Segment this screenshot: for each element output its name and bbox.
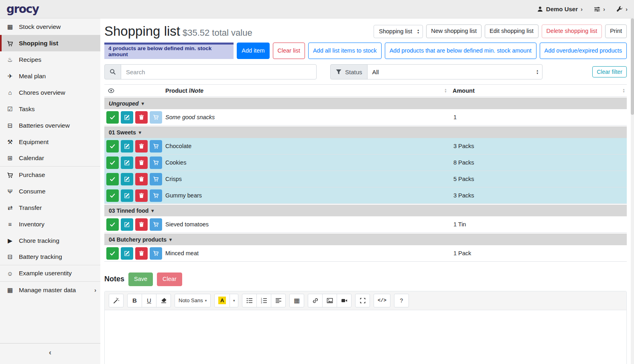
insert-table-button[interactable]: ▦ [289,294,304,307]
delete-shopping-list-button[interactable]: Delete shopping list [542,24,602,38]
notes-clear-button[interactable]: Clear [157,272,182,286]
sort-icon[interactable]: ▲▼ [444,88,447,93]
row-edit-button[interactable] [121,173,133,185]
sidebar-item-chores-overview[interactable]: ⌂ Chores overview [0,84,100,101]
admin-menu[interactable]: › [616,6,628,12]
visibility-column-eye-icon[interactable] [104,87,165,94]
sidebar-item-battery-tracking[interactable]: ⊟ Battery tracking [0,249,100,265]
sidebar-item-equipment[interactable]: ⚒ Equipment [0,134,100,150]
insert-picture-button[interactable] [322,294,337,307]
sidebar-item-chore-tracking[interactable]: ▶ Chore tracking [0,232,100,249]
product-group-header[interactable]: Ungrouped ▾ [104,98,627,109]
new-shopping-list-button[interactable]: New shopping list [426,24,482,38]
scrollbar-thumb[interactable] [631,18,634,115]
style-magic-button[interactable] [109,294,124,307]
row-edit-button[interactable] [121,140,133,153]
unordered-list-button[interactable] [242,294,257,307]
insert-video-button[interactable] [337,294,352,307]
row-done-button[interactable] [106,111,119,124]
row-delete-button[interactable] [135,247,148,260]
add-overdue-button[interactable]: Add overdue/expired products [540,43,627,59]
code-view-button[interactable]: </> [374,294,390,307]
product-group-header[interactable]: 01 Sweets ▾ [104,126,627,138]
row-add-to-stock-button[interactable] [150,173,162,185]
notes-editor-body[interactable] [105,310,626,364]
boxes-icon: ▦ [6,23,14,31]
sidebar-item-example-userentity[interactable]: ☺ Example userentity [0,265,100,282]
ordered-list-button[interactable] [256,294,271,307]
clear-formatting-button[interactable] [156,294,171,307]
row-delete-button[interactable] [135,111,148,124]
row-add-to-stock-button[interactable] [150,140,162,153]
sidebar-item-recipes[interactable]: ♨ Recipes [0,51,100,68]
notes-save-button[interactable]: Save [128,272,153,286]
sidebar-item-manage-master-data[interactable]: ▦ Manage master data › [0,282,100,298]
row-edit-button[interactable] [121,247,133,260]
print-button[interactable]: Print [605,24,627,38]
paragraph-align-button[interactable] [271,294,286,307]
row-delete-button[interactable] [135,173,148,185]
settings-menu[interactable]: › [594,6,605,12]
row-product: Minced meat [165,250,453,256]
shopping-list-select[interactable]: Shopping list ▲▼ [374,25,423,38]
sidebar-item-meal-plan[interactable]: ✈ Meal plan [0,68,100,84]
sidebar-collapse-button[interactable]: ‹ [0,343,100,361]
user-menu[interactable]: Demo User › [537,6,583,12]
sort-icon[interactable]: ▲▼ [622,88,625,93]
grocy-logo[interactable]: grocy [6,2,39,16]
row-add-to-stock-button[interactable] [150,189,162,202]
sidebar-item-consume[interactable]: Ψ Consume [0,183,100,199]
sidebar-item-transfer[interactable]: ⇄ Transfer [0,199,100,216]
edit-shopping-list-button[interactable]: Edit shopping list [485,24,538,38]
row-delete-button[interactable] [135,140,148,153]
row-add-to-stock-button[interactable] [150,111,162,124]
clear-filter-button[interactable]: Clear filter [592,66,627,78]
scrollbar[interactable] [631,18,634,364]
sidebar-item-tasks[interactable]: ☑ Tasks [0,101,100,117]
row-done-button[interactable] [106,173,119,185]
sidebar-item-inventory[interactable]: ≡ Inventory [0,216,100,232]
sidebar-item-calendar[interactable]: ⊞ Calendar [0,150,100,167]
row-done-button[interactable] [106,218,119,231]
help-button[interactable]: ? [394,294,409,307]
row-done-button[interactable] [106,189,119,202]
row-add-to-stock-button[interactable] [150,218,162,231]
sidebar-item-shopping-list[interactable]: Shopping list [0,35,100,51]
sidebar-item-batteries-overview[interactable]: ⊟ Batteries overview [0,117,100,134]
row-done-button[interactable] [106,247,119,260]
clear-list-button[interactable]: Clear list [273,43,305,59]
row-edit-button[interactable] [121,157,133,169]
add-all-to-stock-button[interactable]: Add all list items to stock [308,43,382,59]
sidebar-item-purchase[interactable]: Purchase [0,167,100,183]
row-edit-button[interactable] [121,189,133,202]
product-group-header[interactable]: 04 Butchery products ▾ [104,234,627,245]
add-item-button[interactable]: Add item [237,43,269,59]
add-below-min-stock-button[interactable]: Add products that are below defined min.… [385,43,536,59]
row-done-button[interactable] [106,157,119,169]
row-edit-button[interactable] [121,218,133,231]
row-edit-button[interactable] [121,111,133,124]
row-add-to-stock-button[interactable] [150,157,162,169]
row-delete-button[interactable] [135,157,148,169]
sidebar-item-stock-overview[interactable]: ▦ Stock overview [0,18,100,35]
row-add-to-stock-button[interactable] [150,247,162,260]
product-group-header[interactable]: 03 Tinned food ▾ [104,205,627,216]
below-min-stock-banner[interactable]: 4 products are below defined min. stock … [104,43,234,59]
filter-funnel-icon [335,69,342,75]
row-done-button[interactable] [106,140,119,153]
highlight-color-button[interactable]: A [214,294,230,307]
amount-column-header[interactable]: Amount ▲▼ [453,87,627,94]
font-family-select[interactable]: Noto Sans ▾ [175,294,211,307]
search-input[interactable] [121,64,317,79]
shopping-list-select-value: Shopping list [379,28,412,35]
underline-button[interactable]: U [142,294,156,307]
product-column-header[interactable]: Product / Note ▲▼ [165,87,453,94]
row-delete-button[interactable] [135,189,148,202]
status-select[interactable]: All ▲▼ [367,64,543,79]
fullscreen-button[interactable] [355,294,370,307]
row-delete-button[interactable] [135,218,148,231]
sidebar-item-label: Meal plan [19,73,46,80]
bold-button[interactable]: B [127,294,142,307]
insert-link-button[interactable] [308,294,323,307]
color-dropdown-button[interactable]: ▾ [230,294,238,307]
